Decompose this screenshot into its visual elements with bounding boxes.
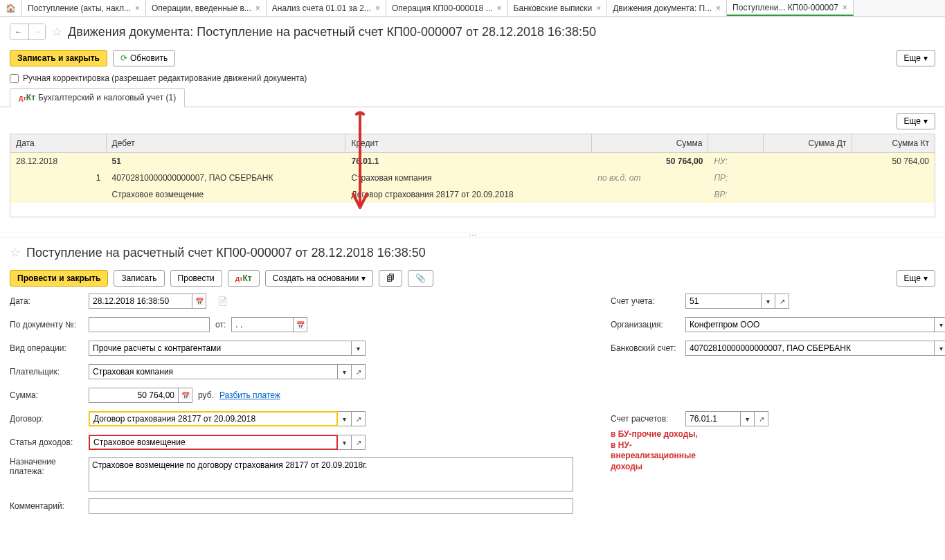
splitter[interactable]: ⋯ xyxy=(0,233,945,238)
tab-0[interactable]: Поступление (акты, накл...× xyxy=(22,0,146,16)
home-tab[interactable]: 🏠 xyxy=(0,0,22,16)
tab-6[interactable]: Поступлени... КП00-000007× xyxy=(727,0,854,16)
chevron-down-icon[interactable]: ▾ xyxy=(762,293,775,309)
comment-label: Комментарий: xyxy=(10,501,83,511)
sum-field[interactable] xyxy=(89,388,179,403)
col-credit[interactable]: Кредит xyxy=(345,134,592,153)
open-icon[interactable]: ↗ xyxy=(352,411,366,426)
chevron-down-icon[interactable]: ▾ xyxy=(935,317,945,332)
tab-4[interactable]: Банковские выписки× xyxy=(508,0,608,16)
income-field[interactable] xyxy=(89,435,338,450)
settle-label: Счет расчетов: xyxy=(611,414,680,424)
contract-field[interactable] xyxy=(89,411,338,426)
chevron-down-icon[interactable]: ▾ xyxy=(741,411,755,426)
more-button-2[interactable]: Еще ▾ xyxy=(897,270,935,287)
from-label: от: xyxy=(215,320,226,329)
favorite-icon[interactable]: ☆ xyxy=(10,245,21,260)
payer-field[interactable] xyxy=(89,364,338,379)
close-icon[interactable]: × xyxy=(497,3,502,13)
more-button[interactable]: Еще ▾ xyxy=(897,50,935,66)
optype-field[interactable] xyxy=(89,341,352,356)
chevron-down-icon[interactable]: ▾ xyxy=(935,341,945,356)
refresh-icon: ⟳ xyxy=(120,53,127,63)
close-icon[interactable]: × xyxy=(255,3,260,13)
forward-button[interactable]: → xyxy=(28,24,45,39)
col-debit[interactable]: Дебет xyxy=(107,134,346,153)
tab-5[interactable]: Движения документа: П...× xyxy=(607,0,727,16)
bank-label: Банковский счет: xyxy=(611,343,680,353)
refresh-button[interactable]: ⟳Обновить xyxy=(113,50,175,66)
doc-title: Поступление на расчетный счет КП00-00000… xyxy=(26,246,426,260)
account-field[interactable] xyxy=(685,293,762,309)
annotation-text: в БУ-прочие доходы, в НУ- внереализацион… xyxy=(611,429,698,472)
favorite-icon[interactable]: ☆ xyxy=(51,24,62,39)
close-icon[interactable]: × xyxy=(375,3,380,13)
related-button[interactable]: 🗐 xyxy=(379,270,402,287)
col-sumdt[interactable]: Сумма Дт xyxy=(764,134,853,153)
rub-label: руб. xyxy=(198,390,214,400)
open-icon[interactable]: ↗ xyxy=(775,293,789,309)
chevron-down-icon[interactable]: ▾ xyxy=(338,411,352,426)
settle-field[interactable] xyxy=(685,411,741,426)
org-label: Организация: xyxy=(611,320,680,329)
account-label: Счет учета: xyxy=(611,296,680,306)
top-toolbar: Записать и закрыть ⟳Обновить Еще ▾ xyxy=(0,47,945,69)
split-payment-link[interactable]: Разбить платеж xyxy=(219,390,280,400)
title-bar: ← → ☆ Движения документа: Поступление на… xyxy=(0,17,945,47)
table-row[interactable]: Страховое возмещение Договор страхования… xyxy=(10,186,935,203)
date-label: Дата: xyxy=(10,296,83,306)
org-field[interactable] xyxy=(685,317,935,332)
from-date-field[interactable] xyxy=(231,317,294,332)
tabs-bar: 🏠 Поступление (акты, накл...× Операции, … xyxy=(0,0,945,17)
close-icon[interactable]: × xyxy=(716,3,721,13)
table-row[interactable]: 28.12.2018 51 76.01.1 50 764,00 НУ: 50 7… xyxy=(10,153,935,170)
col-sum[interactable]: Сумма xyxy=(592,134,708,153)
calculator-icon[interactable]: 📅 xyxy=(179,388,192,403)
write-button[interactable]: Записать xyxy=(114,270,164,287)
post-close-button[interactable]: Провести и закрыть xyxy=(10,270,108,287)
chevron-down-icon[interactable]: ▾ xyxy=(352,341,366,356)
status-icon[interactable]: 📄 xyxy=(217,296,228,306)
calendar-icon[interactable]: 📅 xyxy=(192,293,206,309)
dtkt-icon: ДтКт xyxy=(19,93,35,102)
save-close-button[interactable]: Записать и закрыть xyxy=(10,50,107,66)
optype-label: Вид операции: xyxy=(10,343,83,353)
page-title: Движения документа: Поступление на расче… xyxy=(68,25,596,39)
date-field[interactable] xyxy=(89,293,192,309)
table-row[interactable]: 1 40702810000000000007, ПАО СБЕРБАНК Стр… xyxy=(10,170,935,186)
tab-2[interactable]: Анализ счета 01.01 за 2...× xyxy=(267,0,386,16)
close-icon[interactable]: × xyxy=(135,3,140,13)
payer-label: Плательщик: xyxy=(10,367,83,377)
panel-more-button[interactable]: Еще ▾ xyxy=(897,113,935,129)
open-icon[interactable]: ↗ xyxy=(352,435,366,450)
purpose-label: Назначение платежа: xyxy=(10,457,83,476)
manual-edit-checkbox[interactable] xyxy=(10,74,19,83)
accounting-tab[interactable]: ДтКт Бухгалтерский и налоговый учет (1) xyxy=(10,88,185,107)
tab-1[interactable]: Операции, введенные в...× xyxy=(146,0,267,16)
col-sumkt[interactable]: Сумма Кт xyxy=(852,134,935,153)
close-icon[interactable]: × xyxy=(843,3,847,12)
calendar-icon[interactable]: 📅 xyxy=(294,317,307,332)
create-based-button[interactable]: Создать на основании ▾ xyxy=(265,270,374,287)
bank-field[interactable] xyxy=(685,341,935,356)
sum-label: Сумма: xyxy=(10,390,83,400)
comment-field[interactable] xyxy=(89,498,573,514)
income-label: Статья доходов: xyxy=(10,437,83,447)
dtkt-icon: ДтКт xyxy=(235,273,252,283)
col-date[interactable]: Дата xyxy=(10,134,107,153)
docnum-field[interactable] xyxy=(89,317,210,332)
open-icon[interactable]: ↗ xyxy=(755,411,768,426)
attach-button[interactable]: 📎 xyxy=(408,270,433,287)
open-icon[interactable]: ↗ xyxy=(352,364,366,379)
chevron-down-icon[interactable]: ▾ xyxy=(338,435,352,450)
purpose-field[interactable] xyxy=(89,457,573,491)
post-button[interactable]: Провести xyxy=(170,270,222,287)
docnum-label: По документу №: xyxy=(10,320,83,329)
contract-label: Договор: xyxy=(10,414,83,424)
chevron-down-icon[interactable]: ▾ xyxy=(338,364,352,379)
tab-3[interactable]: Операция КП00-000018 ...× xyxy=(386,0,508,16)
back-button[interactable]: ← xyxy=(10,24,27,39)
dtkt-button[interactable]: ДтКт xyxy=(228,270,260,287)
movements-table: Дата Дебет Кредит Сумма Сумма Дт Сумма К… xyxy=(10,134,935,217)
close-icon[interactable]: × xyxy=(596,3,601,13)
